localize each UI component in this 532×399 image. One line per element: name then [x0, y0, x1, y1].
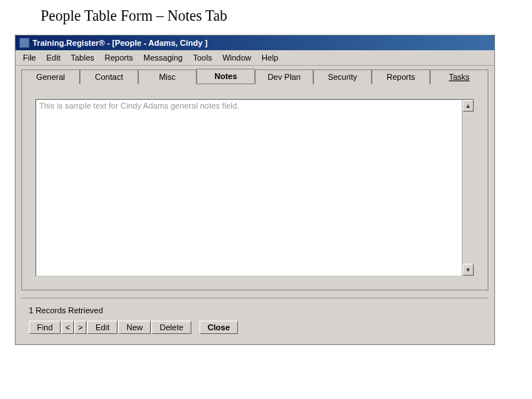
tab-reports[interactable]: Reports [372, 69, 430, 84]
window-title: Training.Register® - [People - Adams, Ci… [33, 38, 208, 47]
tabstrip: General Contact Misc Notes Dev Plan Secu… [16, 66, 494, 83]
menu-file[interactable]: File [18, 52, 41, 64]
find-button[interactable]: Find [29, 321, 61, 334]
close-button[interactable]: Close [200, 321, 238, 334]
tab-tasks[interactable]: Tasks [430, 69, 488, 84]
prev-button[interactable]: < [61, 321, 73, 334]
tab-content-notes: This is sample text for Cindy Adams gene… [21, 83, 488, 290]
status-records: 1 Records Retrieved [29, 306, 484, 315]
notes-scrollbar[interactable]: ▲ ▼ [462, 100, 474, 276]
menu-tables[interactable]: Tables [66, 52, 99, 64]
menu-edit[interactable]: Edit [42, 52, 65, 64]
menu-help[interactable]: Help [257, 52, 283, 64]
tab-misc[interactable]: Misc [138, 69, 197, 84]
tab-general[interactable]: General [21, 69, 80, 84]
menu-window[interactable]: Window [218, 52, 256, 64]
next-button[interactable]: > [75, 321, 86, 334]
notes-text[interactable]: This is sample text for Cindy Adams gene… [36, 100, 462, 276]
scroll-down-icon[interactable]: ▼ [463, 264, 474, 276]
notes-textarea[interactable]: This is sample text for Cindy Adams gene… [35, 99, 474, 276]
bottom-panel: 1 Records Retrieved Find < > Edit New De… [21, 298, 488, 340]
menubar: File Edit Tables Reports Messaging Tools… [16, 50, 494, 66]
page-heading: People Table Form – Notes Tab [41, 7, 517, 24]
menu-messaging[interactable]: Messaging [139, 52, 187, 64]
menu-tools[interactable]: Tools [188, 52, 216, 64]
tab-contact[interactable]: Contact [80, 69, 138, 84]
tab-dev-plan[interactable]: Dev Plan [255, 69, 313, 84]
button-row: Find < > Edit New Delete Close [29, 321, 484, 334]
tab-security[interactable]: Security [313, 69, 372, 84]
delete-button[interactable]: Delete [151, 321, 191, 334]
new-button[interactable]: New [118, 321, 151, 334]
edit-button[interactable]: Edit [87, 321, 117, 334]
titlebar: Training.Register® - [People - Adams, Ci… [16, 35, 494, 50]
tab-notes[interactable]: Notes [197, 69, 255, 83]
scroll-up-icon[interactable]: ▲ [463, 100, 474, 112]
app-icon [19, 38, 30, 48]
menu-reports[interactable]: Reports [100, 52, 138, 64]
app-window: Training.Register® - [People - Adams, Ci… [15, 35, 495, 345]
